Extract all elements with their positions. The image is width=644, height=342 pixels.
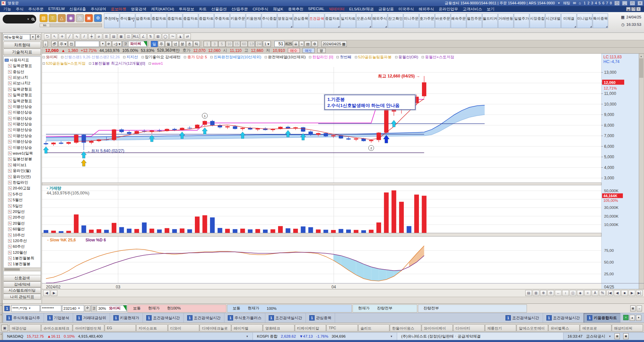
menu-item[interactable]: 기능 xyxy=(3,7,11,12)
toolbar-button[interactable]: 미체결 xyxy=(561,13,577,28)
screen-number[interactable]: 3 xyxy=(591,1,593,5)
chart-footer-icon[interactable]: ▶ xyxy=(629,290,635,296)
chart-footer-icon[interactable]: ◫ xyxy=(570,290,576,296)
menu-item[interactable]: 종목추천 xyxy=(288,7,303,12)
sidebar-indicator-item[interactable]: ∿ 1봉전월봉 xyxy=(5,261,41,267)
stock-tab[interactable]: 디아이티 xyxy=(453,324,485,332)
draw-tool-icon[interactable]: ╱ xyxy=(66,34,73,40)
toolbar-button[interactable]: 펼친주문 xyxy=(467,13,482,28)
news-ticker[interactable]: (주)유니테스트 (정정)단일판매ㆍ공급계약체결 xyxy=(401,334,481,339)
menu-item[interactable]: 선/옵주문 xyxy=(231,7,248,12)
draw-tool-icon[interactable]: 〜 xyxy=(169,34,176,40)
legend-item[interactable]: 종가 단순 5 xyxy=(184,55,207,60)
toolbar-button[interactable]: 종합차트 xyxy=(151,13,167,28)
chart-footer-icon[interactable]: ⌗ xyxy=(584,290,591,296)
tree-horizontal-scrollbar[interactable] xyxy=(3,268,41,271)
sidebar-indicator-item[interactable]: ∿ wave1(일목 xyxy=(5,151,41,156)
menu-item[interactable]: 주식 xyxy=(16,7,23,12)
toolbar-icon[interactable]: ⚿ xyxy=(49,14,57,22)
close-button[interactable]: × xyxy=(638,1,643,5)
toolbar-icon[interactable]: △ xyxy=(58,14,66,22)
chart-footer-icon[interactable]: ▥ xyxy=(533,290,539,296)
feed-dropdown-icon[interactable]: ▼ xyxy=(608,335,611,338)
screen-number[interactable]: 2 xyxy=(587,1,589,5)
toolbar-button[interactable]: 종합차트 xyxy=(183,13,198,28)
minute-button[interactable]: 3 xyxy=(211,41,218,47)
chat-label[interactable]: 채팅 xyxy=(563,1,570,6)
chart-footer-icon[interactable]: ◀ xyxy=(614,290,621,296)
minute-button[interactable]: 120 xyxy=(248,41,255,47)
save-chart-icon[interactable]: ▤ xyxy=(305,41,311,47)
stock-tab[interactable]: 티케이케미칼 xyxy=(295,324,326,332)
screen-number[interactable]: 1 xyxy=(584,1,586,5)
legend-item[interactable]: 한칼라인 [0] xyxy=(309,55,333,60)
chart-footer-icon[interactable]: ■ xyxy=(621,290,628,296)
speaker-icon[interactable]: ◁) ▾ xyxy=(112,41,122,47)
toolbar-button[interactable]: 주식종합 xyxy=(262,13,277,28)
chart-footer-icon[interactable]: ↔ xyxy=(555,290,561,296)
draw-tool-icon[interactable]: ◯ xyxy=(162,34,169,40)
minute-button[interactable]: 15 xyxy=(233,41,240,47)
screen-number[interactable]: 4 xyxy=(595,1,597,5)
order-opt[interactable]: 현재가 xyxy=(358,306,370,311)
sidebar-indicator-item[interactable]: ∿ 이평선상승 xyxy=(5,139,41,145)
screen-number[interactable]: 7 xyxy=(606,1,608,5)
flat-button[interactable]: 평 xyxy=(317,48,326,53)
draw-tool-icon[interactable]: ⧄ xyxy=(96,34,102,40)
toolbar-button[interactable]: 해외주식 xyxy=(372,13,387,28)
status-grid-icon[interactable]: ▦ xyxy=(614,333,620,339)
period-button[interactable]: 년 xyxy=(172,41,179,47)
stock-tab[interactable]: 한울아이원스 xyxy=(390,324,421,332)
period-button[interactable]: 주 xyxy=(158,41,165,47)
sell-button[interactable]: 매도 xyxy=(303,48,315,53)
stock-tab[interactable]: 와이아이케이 xyxy=(422,324,453,332)
toolbar-button[interactable]: 키움현재 xyxy=(246,13,261,28)
draw-tool-icon[interactable]: ✛ xyxy=(59,34,65,40)
legend-item[interactable]: 진짜완전정배열2(10선제외) xyxy=(210,55,261,60)
draw-tool-icon[interactable]: ◮ xyxy=(177,34,183,40)
taskbar-down-icon[interactable]: ▼ xyxy=(636,315,641,321)
menu-item[interactable]: 로보마켓 xyxy=(111,7,126,12)
stock-tab[interactable]: 솔리드 xyxy=(358,324,390,332)
stock-tab[interactable]: 애경산업 xyxy=(9,324,41,332)
sidebar-indicator-item[interactable]: ∿ 피보나치 xyxy=(5,75,41,80)
chart-type-section[interactable]: 차트형태 xyxy=(3,42,41,48)
menu-item[interactable]: 금융상품 xyxy=(378,7,394,12)
toolbar-button[interactable]: 잔고확인 xyxy=(388,13,403,28)
chart-settings-icon[interactable]: ⚙ xyxy=(312,41,318,47)
code-dropdown-icon[interactable]: ▼ xyxy=(100,41,105,47)
toolbar-button[interactable]: 주식툴바 xyxy=(120,13,135,28)
chart-footer-icon[interactable]: |◀ xyxy=(606,290,613,296)
restore-button[interactable]: □ xyxy=(630,1,635,5)
menu-search-dropdown-icon[interactable]: ▼ xyxy=(30,34,36,40)
legend-item[interactable]: 첫번째 xyxy=(336,55,352,60)
menu-item[interactable]: 차트 xyxy=(199,7,207,12)
main-chart[interactable]: ▲▼121.기준봉2.수식1신호발생해야 하는데 안나옴최고 12,660 (0… xyxy=(42,54,644,297)
toolbar-button[interactable]: 시장종합 xyxy=(530,13,545,28)
menu-search-icon[interactable] xyxy=(36,34,41,40)
sidebar-indicator-item[interactable]: ∿ 1봉전월봉최 xyxy=(5,255,41,261)
code-input[interactable] xyxy=(75,41,99,47)
candle-add-icon[interactable]: ⇊ xyxy=(293,41,299,47)
toolbar-button[interactable]: 관심종목 xyxy=(293,13,309,28)
taskbar-window[interactable]: 1키움종합차트 xyxy=(584,313,621,323)
chart-footer-icon[interactable]: A xyxy=(592,290,598,296)
clipboard-icon[interactable]: ▣ xyxy=(1,325,8,331)
toolbar-button[interactable]: 영웅검색 xyxy=(277,13,293,28)
sidebar-section-button[interactable]: 신호검색 xyxy=(3,275,41,281)
draw-tool-icon[interactable]: ALL xyxy=(132,34,139,40)
minute-button[interactable]: 60 xyxy=(240,41,248,47)
stock-chip[interactable]: 코 와이씨 xyxy=(122,41,147,47)
menu-item[interactable]: 보기 xyxy=(487,7,494,12)
minute-button[interactable]: 1 xyxy=(204,41,211,47)
row-handle[interactable] xyxy=(0,304,3,313)
draw-tool-icon[interactable]: ▤ xyxy=(110,34,117,40)
taskbar-window[interactable]: 1기업분석 xyxy=(44,313,73,323)
password-field[interactable]: ******** xyxy=(41,305,61,312)
sidebar-indicator-item[interactable]: ∿ 5월선 xyxy=(5,197,41,203)
prev-button[interactable]: 전 xyxy=(68,41,74,47)
menu-search-input[interactable] xyxy=(3,34,30,40)
sidebar-indicator-item[interactable]: ∿ 20주선 xyxy=(5,215,41,220)
toolbar-button[interactable]: 오픈스탁 xyxy=(356,13,372,28)
order-opt[interactable]: 현100% xyxy=(167,306,181,311)
